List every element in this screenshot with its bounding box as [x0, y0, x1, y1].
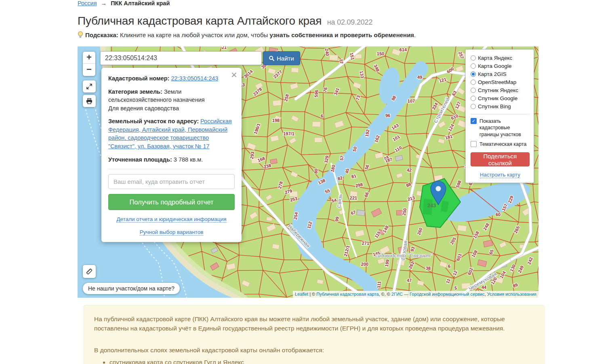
report-details-link[interactable]: Детали отчета и юридическая информация — [116, 216, 226, 223]
building-footprint — [270, 159, 278, 164]
checkbox-checked-icon[interactable]: ✓ — [471, 118, 477, 124]
parcel-info-popup: × Кадастровый номер: 22:33:050514:243 Ка… — [101, 68, 242, 242]
layer-checkbox-2[interactable]: Тематическая карта — [471, 141, 530, 147]
search-button-label: Найти — [277, 55, 294, 62]
search-icon — [269, 56, 274, 61]
radio-icon[interactable] — [471, 80, 476, 85]
checkbox-icon[interactable] — [471, 141, 477, 147]
layers-panel: Карта ЯндексКарта GoogleКарта 2GISOpenSt… — [465, 49, 534, 183]
configure-map-link[interactable]: Настроить карту — [480, 172, 520, 178]
parcel-number-label: 96 — [385, 113, 390, 118]
get-report-button[interactable]: Получить подробный отчет — [108, 194, 235, 210]
page-title-text: Публичная кадастровая карта Алтайского к… — [78, 15, 322, 27]
building-footprint — [329, 55, 338, 60]
building-footprint — [357, 210, 365, 216]
building-footprint — [272, 244, 280, 249]
layer-option-4[interactable]: OpenStreetMap — [471, 78, 530, 86]
print-button[interactable] — [83, 95, 96, 107]
hint-label: Подсказка: — [85, 32, 118, 38]
map-marker-dot — [436, 186, 441, 191]
breadcrumb-current: ПКК Алтайский край — [111, 0, 170, 6]
building-footprint — [291, 67, 299, 72]
layer-option-label: Спутник Яндекс — [478, 87, 518, 93]
land-category-row: Категория земель: Земли сельскохозяйстве… — [108, 88, 235, 113]
parcel-number-label: 198 — [272, 118, 280, 123]
selected-parcel-number: 243 — [428, 203, 436, 208]
parcel-number-label: 6 — [321, 114, 323, 118]
zoom-in-button[interactable]: + — [83, 52, 95, 64]
parcel-number-label: 107 — [408, 99, 415, 103]
radio-icon[interactable] — [471, 88, 476, 93]
parcel-number-label: 99 — [334, 216, 340, 222]
layer-option-label: Карта Google — [478, 63, 511, 69]
radio-selected-icon[interactable] — [471, 72, 476, 77]
layer-option-7[interactable]: Спутник Bing — [471, 102, 530, 110]
zoom-out-button[interactable]: − — [83, 64, 95, 76]
parcel-number-label: 111 — [376, 281, 381, 288]
lightbulb-icon — [78, 31, 83, 38]
attribution-link[interactable]: Leaflet — [295, 292, 308, 297]
radio-icon[interactable] — [471, 104, 476, 109]
parcel-number-label: 47 — [407, 278, 412, 283]
info-paragraph-1: На публичной кадастровой карте (ПКК) Алт… — [94, 314, 534, 333]
radio-icon[interactable] — [471, 55, 476, 61]
area-value: 3 788 кв.м. — [174, 156, 203, 163]
breadcrumb-home-link[interactable]: Россия — [78, 0, 97, 6]
layer-option-2[interactable]: Карта Google — [471, 62, 530, 70]
parcel-number-label: 614 — [399, 47, 407, 52]
search-bar: Найти — [100, 51, 300, 65]
search-input[interactable] — [100, 51, 262, 65]
layer-option-label: Карта Яндекс — [478, 55, 512, 61]
fullscreen-button[interactable] — [83, 80, 96, 93]
close-icon[interactable]: × — [231, 69, 237, 80]
email-field[interactable] — [108, 174, 235, 189]
parcel-number-label: 271 — [362, 241, 369, 246]
parcel-number-label: 5 — [454, 286, 457, 290]
attribution-link[interactable]: 2ГИС — Городской информационный сервис — [391, 292, 485, 297]
hint-bold: узнать собственника и проверить обремене… — [270, 32, 414, 38]
measure-button[interactable] — [83, 265, 96, 278]
parcel-number-label: 42 — [407, 168, 412, 173]
breadcrumb-arrow: → — [101, 0, 107, 6]
hint-line: Подсказка: Кликните на карте на любой уч… — [78, 31, 416, 38]
expand-icon — [86, 83, 93, 90]
cadastral-number-link[interactable]: 22:33:050514:243 — [171, 75, 218, 82]
parcel-number-label: 60 — [496, 212, 500, 217]
parcel-number-label: 221 — [350, 196, 357, 200]
parcel-number-label: 197/1 — [283, 131, 294, 136]
parcel-number-label: 45 — [344, 168, 350, 174]
not-found-button[interactable]: Не нашли участок/дом на карте? — [83, 283, 180, 294]
map-canvas[interactable]: 2124025977151133150614348257301430112377… — [78, 46, 538, 298]
place-name-label: садоводство "Связист" — [375, 252, 433, 259]
layer-checkbox-1[interactable]: ✓Показать кадастровые границы участков — [471, 118, 530, 138]
parcel-number-label: 49 — [417, 75, 422, 80]
attribution-link[interactable]: Условия использования — [487, 292, 536, 297]
map-attribution: Leaflet | © Публичная кадастровая карта,… — [293, 291, 538, 298]
attribution-link[interactable]: Публичная кадастровая карта — [316, 292, 378, 297]
ruler-icon — [86, 268, 93, 275]
layer-checkbox-label: Тематическая карта — [479, 141, 526, 147]
layer-option-label: Спутник Bing — [478, 103, 511, 109]
building-footprint — [273, 100, 282, 106]
attribution-text: | © — [308, 292, 316, 297]
search-button[interactable]: Найти — [263, 51, 300, 65]
land-category-label: Категория земель: — [108, 88, 162, 95]
layer-option-3[interactable]: Карта 2GIS — [471, 70, 530, 78]
layer-option-1[interactable]: Карта Яндекс — [471, 54, 530, 62]
printer-icon — [86, 98, 93, 104]
building-footprint — [457, 225, 467, 232]
manual-select-link[interactable]: Ручной выбор вариантов — [140, 229, 204, 236]
info-paragraph-2: В дополнительных слоях земельной кадастр… — [94, 345, 534, 355]
building-footprint — [315, 137, 322, 142]
share-link-button[interactable]: Поделиться ссылкой — [471, 152, 530, 166]
cadastral-number-label: Кадастровый номер: — [108, 75, 169, 82]
layer-option-5[interactable]: Спутник Яндекс — [471, 86, 530, 94]
parcel-number-label: 596 — [313, 90, 319, 97]
parcel-number-label: 57 — [339, 155, 345, 161]
attribution-text: , ©, © — [379, 292, 392, 297]
area-row: Уточненная площадь: 3 788 кв.м. — [108, 156, 235, 164]
zoom-control: + − — [83, 52, 95, 76]
radio-icon[interactable] — [471, 96, 476, 101]
radio-icon[interactable] — [471, 63, 476, 69]
layer-option-6[interactable]: Спутник Google — [471, 94, 530, 102]
